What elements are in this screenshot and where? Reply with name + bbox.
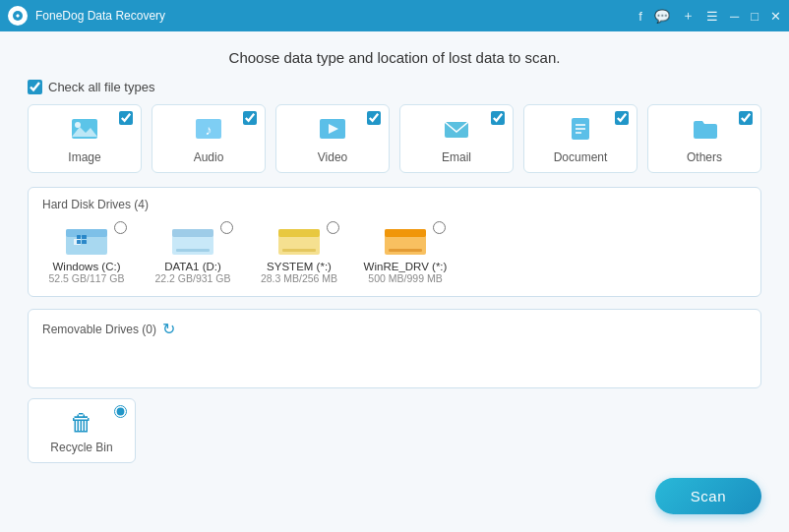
svg-rect-17 [82,240,87,244]
document-checkbox[interactable] [615,111,629,125]
drive-d[interactable]: DATA1 (D:) 22.2 GB/931 GB [149,221,237,284]
plus-icon[interactable]: ＋ [682,7,695,25]
document-label: Document [554,150,608,164]
scan-button[interactable]: Scan [655,478,761,514]
close-icon[interactable]: ✕ [770,9,781,24]
drive-winre-icon-wrap [383,221,428,259]
hard-disk-section: Hard Disk Drives (4) [28,187,761,297]
file-type-audio[interactable]: ♪ Audio [152,104,266,173]
drive-system-size: 28.3 MB/256 MB [261,272,337,284]
recycle-bin-card[interactable]: 🗑 Recycle Bin [28,398,136,463]
drive-winre-radio[interactable] [433,221,446,234]
video-icon [318,115,347,147]
image-icon [70,115,99,147]
file-type-document[interactable]: Document [523,104,637,173]
scan-btn-wrap: Scan [28,474,761,514]
svg-rect-25 [282,249,316,252]
drive-c-size: 52.5 GB/117 GB [48,272,124,284]
others-checkbox[interactable] [739,111,753,125]
others-label: Others [687,150,722,164]
fb-icon[interactable]: f [638,9,642,24]
audio-checkbox[interactable] [243,111,257,125]
drive-d-radio[interactable] [220,221,233,234]
video-label: Video [318,150,347,164]
removable-section: Removable Drives (0) ↻ [28,309,761,388]
menu-icon[interactable]: ☰ [706,9,718,24]
check-all-row: Check all file types [28,80,761,94]
drive-d-size: 22.2 GB/931 GB [154,272,230,284]
titlebar: FoneDog Data Recovery f 💬 ＋ ☰ ─ □ ✕ [0,0,789,31]
main-content: Choose data type and location of lost da… [0,31,789,532]
titlebar-controls: f 💬 ＋ ☰ ─ □ ✕ [638,7,781,25]
drive-system-icon-wrap [276,221,322,259]
minimize-icon[interactable]: ─ [730,9,739,24]
svg-point-3 [75,122,81,128]
audio-label: Audio [194,150,224,164]
drive-c-radio[interactable] [114,221,127,234]
drive-c[interactable]: Windows (C:) 52.5 GB/117 GB [42,221,131,284]
svg-rect-27 [385,229,426,237]
drive-d-name: DATA1 (D:) [164,261,221,272]
audio-icon: ♪ [194,115,223,147]
hard-disk-title: Hard Disk Drives (4) [42,198,747,211]
others-icon [690,115,719,147]
removable-header: Removable Drives (0) ↻ [42,320,747,338]
file-type-image[interactable]: Image [28,104,142,173]
drive-winre[interactable]: WinRE_DRV (*:) 500 MB/999 MB [361,221,450,284]
email-label: Email [442,150,471,164]
svg-rect-16 [82,235,87,239]
file-type-others[interactable]: Others [647,104,761,173]
image-checkbox[interactable] [119,111,133,125]
file-type-video[interactable]: Video [275,104,390,173]
check-all-checkbox[interactable] [28,80,42,94]
chat-icon[interactable]: 💬 [654,9,670,24]
page-title: Choose data type and location of lost da… [28,49,761,66]
drive-system-radio[interactable] [327,221,339,234]
recycle-section: 🗑 Recycle Bin [28,398,761,463]
removable-title: Removable Drives (0) [42,323,156,336]
app-title: FoneDog Data Recovery [35,9,638,23]
svg-rect-18 [77,240,81,244]
drive-c-name: Windows (C:) [52,261,120,272]
refresh-icon[interactable]: ↻ [162,320,175,338]
svg-rect-19 [77,235,81,239]
drive-d-icon-wrap [170,221,215,259]
svg-rect-24 [278,229,320,237]
file-types-row: Image ♪ Audio Video [28,104,761,173]
recycle-bin-icon: 🗑 [70,409,93,437]
recycle-bin-radio[interactable] [114,405,127,418]
drive-system-name: SYSTEM (*:) [267,261,332,272]
maximize-icon[interactable]: □ [751,9,759,24]
drives-row: Windows (C:) 52.5 GB/117 GB DATA1 (D:) 2… [42,221,747,284]
svg-text:♪: ♪ [206,122,212,138]
email-icon [442,115,471,147]
check-all-label: Check all file types [48,80,154,94]
svg-rect-21 [172,229,213,237]
drive-system[interactable]: SYSTEM (*:) 28.3 MB/256 MB [255,221,343,284]
drive-winre-size: 500 MB/999 MB [368,272,442,284]
svg-rect-22 [176,249,210,252]
drive-winre-name: WinRE_DRV (*:) [364,261,448,272]
image-label: Image [68,150,100,164]
video-checkbox[interactable] [367,111,381,125]
document-icon [566,115,595,147]
recycle-bin-label: Recycle Bin [50,441,112,454]
drive-c-icon-wrap [64,221,109,259]
email-checkbox[interactable] [491,111,505,125]
app-logo [8,6,28,26]
svg-rect-28 [389,249,422,252]
file-type-email[interactable]: Email [399,104,514,173]
removable-empty-area [42,338,747,376]
